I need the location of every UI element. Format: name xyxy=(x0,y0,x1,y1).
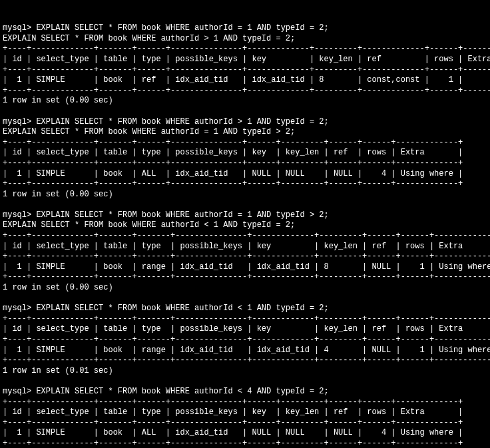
sql-prompt-line: mysql> EXPLAIN SELECT * FROM book WHERE … xyxy=(3,117,329,126)
table-sep: +----+-------------+-------+------+-----… xyxy=(3,439,463,448)
table-sep: +----+-------------+-------+------+-----… xyxy=(3,44,490,53)
table-sep: +----+-------------+-------+------+-----… xyxy=(3,418,463,427)
table-sep: +----+-------------+-------+-------+----… xyxy=(3,231,490,240)
terminal-output: mysql> EXPLAIN SELECT * FROM book WHERE … xyxy=(3,23,487,448)
sql-prompt-line: mysql> EXPLAIN SELECT * FROM book WHERE … xyxy=(3,304,329,313)
timing-line: 1 row in set (0.00 sec) xyxy=(3,283,113,292)
timing-line: 1 row in set (0.01 sec) xyxy=(3,366,113,375)
sql-prompt-line: mysql> EXPLAIN SELECT * FROM book WHERE … xyxy=(3,387,329,396)
table-row: | 1 | SIMPLE | book | ref | idx_aid_tid … xyxy=(3,75,490,85)
table-sep: +----+-------------+-------+-------+----… xyxy=(3,355,490,365)
table-row: | 1 | SIMPLE | book | ALL | idx_aid_tid … xyxy=(3,169,463,178)
table-sep: +----+-------------+-------+------+-----… xyxy=(3,158,463,168)
table-header: | id | select_type | table | type | poss… xyxy=(3,324,490,334)
table-sep: +----+-------------+-------+------+-----… xyxy=(3,65,490,75)
timing-line: 1 row in set (0.00 sec) xyxy=(3,190,113,199)
sql-prompt-line: mysql> EXPLAIN SELECT * FROM book WHERE … xyxy=(3,23,329,33)
table-header: | id | select_type | table | type | poss… xyxy=(3,148,463,157)
table-sep: +----+-------------+-------+------+-----… xyxy=(3,397,463,407)
table-row: | 1 | SIMPLE | book | ALL | idx_aid_tid … xyxy=(3,428,463,437)
table-header: | id | select_type | table | type | poss… xyxy=(3,407,463,417)
table-sep: +----+-------------+-------+------+-----… xyxy=(3,179,463,188)
sql-echo-line: EXPLAIN SELECT * FROM book WHERE authorI… xyxy=(3,127,295,136)
table-sep: +----+-------------+-------+-------+----… xyxy=(3,314,490,324)
table-sep: +----+-------------+-------+------+-----… xyxy=(3,86,490,95)
table-row: | 1 | SIMPLE | book | range | idx_aid_ti… xyxy=(3,262,490,272)
timing-line: 1 row in set (0.00 sec) xyxy=(3,96,113,105)
table-sep: +----+-------------+-------+------+-----… xyxy=(3,138,463,147)
sql-prompt-line: mysql> EXPLAIN SELECT * FROM book WHERE … xyxy=(3,210,329,220)
sql-echo-line: EXPLAIN SELECT * FROM book WHERE authorI… xyxy=(3,220,295,230)
table-header: | id | select_type | table | type | poss… xyxy=(3,55,490,64)
sql-echo-line: EXPLAIN SELECT * FROM book WHERE authorI… xyxy=(3,34,295,43)
table-row: | 1 | SIMPLE | book | range | idx_aid_ti… xyxy=(3,345,490,355)
table-header: | id | select_type | table | type | poss… xyxy=(3,242,490,251)
table-sep: +----+-------------+-------+-------+----… xyxy=(3,272,490,282)
table-sep: +----+-------------+-------+-------+----… xyxy=(3,252,490,261)
table-sep: +----+-------------+-------+-------+----… xyxy=(3,335,490,344)
